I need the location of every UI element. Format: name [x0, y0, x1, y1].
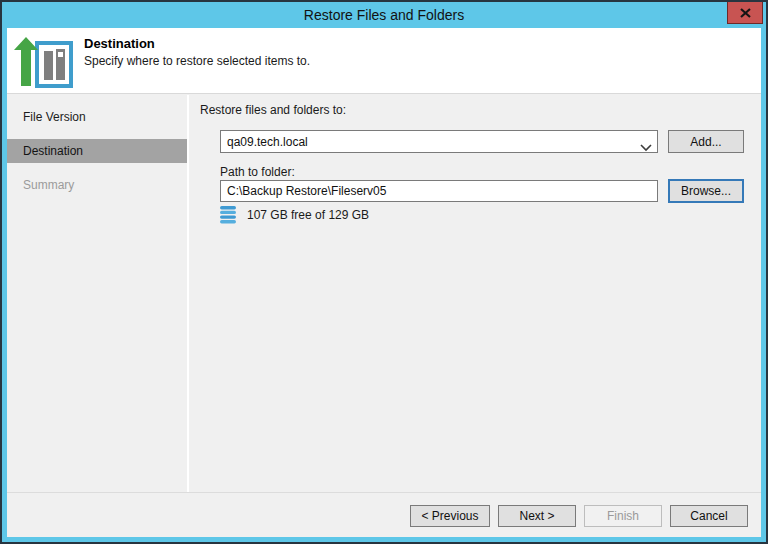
finish-button[interactable]: Finish	[584, 505, 662, 527]
destination-form: Restore files and folders to: Add... Pat…	[189, 95, 761, 492]
wizard-footer: < Previous Next > Finish Cancel	[7, 492, 761, 537]
sidebar-item-file-version[interactable]: File Version	[7, 105, 187, 129]
close-button[interactable]	[727, 2, 763, 24]
page-subtitle: Specify where to restore selected items …	[84, 54, 310, 68]
window-title: Restore Files and Folders	[2, 2, 766, 28]
sidebar-item-destination[interactable]: Destination	[7, 139, 187, 163]
chevron-down-icon[interactable]	[640, 138, 652, 146]
close-icon	[740, 4, 751, 22]
sidebar-item-summary[interactable]: Summary	[7, 173, 187, 197]
titlebar: Restore Files and Folders	[2, 2, 766, 28]
client-area: Destination Specify where to restore sel…	[7, 28, 761, 537]
disk-space-text: 107 GB free of 129 GB	[247, 208, 369, 222]
restore-destination-icon	[14, 36, 76, 92]
path-label: Path to folder:	[220, 165, 295, 179]
disk-stack-icon	[220, 206, 236, 224]
restore-to-label: Restore files and folders to:	[200, 103, 346, 117]
server-combobox-input[interactable]	[221, 131, 633, 152]
path-input[interactable]	[220, 180, 658, 202]
restore-wizard-window: Restore Files and Folders	[0, 0, 768, 544]
previous-button[interactable]: < Previous	[410, 505, 490, 527]
cancel-button[interactable]: Cancel	[670, 505, 748, 527]
wizard-content: File Version Destination Summary Restore…	[7, 95, 761, 492]
disk-space-row: 107 GB free of 129 GB	[220, 206, 369, 224]
browse-button[interactable]: Browse...	[668, 179, 744, 203]
add-button[interactable]: Add...	[668, 130, 744, 153]
wizard-header: Destination Specify where to restore sel…	[7, 28, 761, 94]
next-button[interactable]: Next >	[498, 505, 576, 527]
steps-sidebar: File Version Destination Summary	[7, 95, 189, 492]
server-combobox[interactable]	[220, 130, 658, 153]
page-title: Destination	[84, 36, 155, 51]
